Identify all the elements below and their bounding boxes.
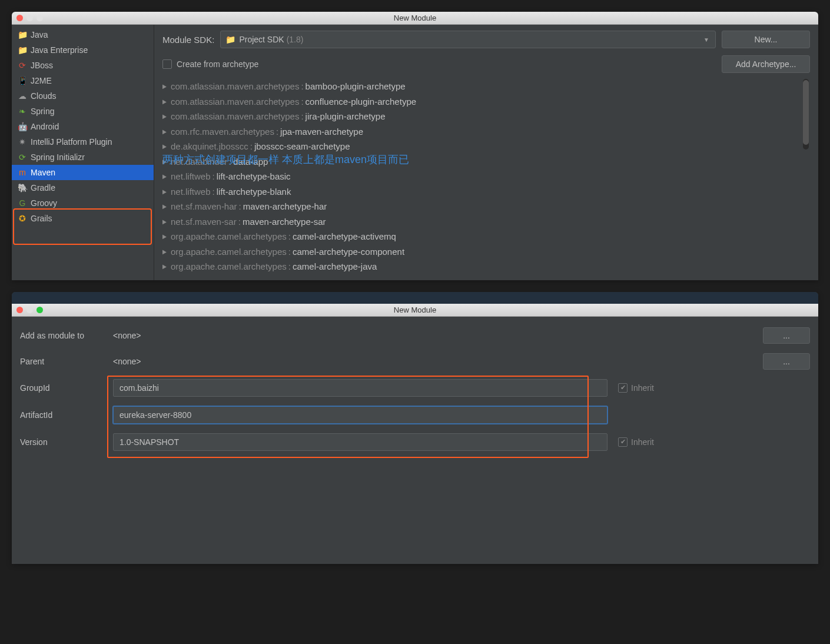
archetype-name: lift-archetype-blank [217,184,291,200]
archetype-name: jpa-maven-archetype [280,124,363,140]
archetype-prefix: net.sf.maven-har [171,199,237,214]
archetype-prefix: net.liftweb [171,169,211,184]
titlebar-2: New Module [12,304,818,317]
sdk-value: Project SDK [239,35,284,44]
archetype-name: camel-archetype-java [293,259,377,274]
module-form: Add as module to <none> ... Parent <none… [12,317,818,471]
sidebar-item-spring-initializr[interactable]: ⟳Spring Initializr [12,150,154,165]
artifactid-label: ArtifactId [20,410,102,420]
java-enterprise-icon: 📁 [18,45,27,55]
archetype-name: maven-archetype-sar [243,214,326,230]
close-button[interactable] [16,15,23,21]
archetype-item[interactable]: ▶net.sf.maven-sar:maven-archetype-sar [162,214,810,230]
version-inherit[interactable]: Inherit [618,437,671,447]
scrollbar-thumb[interactable] [803,80,809,145]
archetype-item[interactable]: ▶net.liftweb:lift-archetype-basic [162,169,810,184]
separator: : [288,229,291,244]
triangle-right-icon: ▶ [162,201,167,211]
sidebar-item-clouds[interactable]: ☁Clouds [12,88,154,104]
new-sdk-button[interactable]: New... [722,31,810,48]
sidebar-item-java[interactable]: 📁Java [12,27,154,42]
archetype-name: bamboo-plugin-archetype [306,79,406,94]
separator: : [301,109,303,124]
groupid-input[interactable] [113,379,607,397]
sdk-version: (1.8) [287,35,304,44]
sidebar-item-spring[interactable]: ❧Spring [12,104,154,119]
chevron-down-icon: ▼ [703,36,709,43]
spring-icon: ❧ [18,107,27,116]
maven-icon: m [18,168,27,177]
traffic-lights-2 [16,307,43,313]
archetype-prefix: net.liftweb [171,184,211,200]
groupid-label: GroupId [20,383,102,393]
archetype-item[interactable]: ▶org.apache.camel.archetypes:camel-arche… [162,259,810,274]
archetype-item[interactable]: ▶com.atlassian.maven.archetypes:bamboo-p… [162,79,810,94]
sidebar-item-groovy[interactable]: GGroovy [12,195,154,211]
create-from-archetype-checkbox[interactable] [162,59,172,69]
archetype-prefix: net.sf.maven-sar [171,214,237,230]
triangle-right-icon: ▶ [162,81,167,91]
sidebar-item-java-enterprise[interactable]: 📁Java Enterprise [12,42,154,58]
maximize-button[interactable] [36,307,43,313]
window-title-1: New Module [12,14,818,22]
sidebar-item-label: Java [31,30,48,39]
sidebar-item-label: Clouds [31,91,57,101]
module-type-sidebar: 📁Java📁Java Enterprise⟳JBoss📱J2ME☁Clouds❧… [12,25,154,280]
archetype-item[interactable]: ▶net.liftweb:lift-archetype-blank [162,184,810,200]
archetype-name: maven-archetype-har [243,199,327,214]
spring-initializr-icon: ⟳ [18,152,27,162]
close-button[interactable] [16,307,23,313]
sidebar-item-j2me[interactable]: 📱J2ME [12,73,154,88]
new-module-window-1: New Module 📁Java📁Java Enterprise⟳JBoss📱J… [12,12,818,280]
sidebar-item-label: JBoss [31,61,53,70]
module-sdk-dropdown[interactable]: 📁 Project SDK (1.8) ▼ [220,31,716,48]
minimize-button[interactable] [26,307,33,313]
sidebar-item-gradle[interactable]: 🐘Gradle [12,180,154,195]
clouds-icon: ☁ [18,91,27,101]
sidebar-item-label: Spring [31,107,54,116]
triangle-right-icon: ▶ [162,111,167,121]
archetype-prefix: com.atlassian.maven.archetypes [171,79,299,94]
archetype-item[interactable]: ▶com.atlassian.maven.archetypes:jira-plu… [162,109,810,124]
archetype-item[interactable]: ▶com.rfc.maven.archetypes:jpa-maven-arch… [162,124,810,140]
inherit-label: Inherit [631,383,654,393]
version-input[interactable] [113,433,607,451]
intellij-platform-plugin-icon: ✷ [18,137,27,147]
artifactid-input[interactable] [113,406,607,424]
archetype-prefix: org.apache.camel.archetypes [171,244,287,260]
separator: : [301,79,303,94]
checkbox-icon [618,437,628,447]
archetype-name: lift-archetype-basic [217,169,291,184]
sidebar-item-label: Android [31,122,59,131]
scrollbar[interactable] [803,79,809,150]
parent-browse-button[interactable]: ... [763,353,810,370]
archetype-prefix: org.apache.camel.archetypes [171,259,287,274]
new-module-window-2: New Module Add as module to <none> ... P… [12,292,818,564]
sidebar-item-intellij-platform-plugin[interactable]: ✷IntelliJ Platform Plugin [12,134,154,150]
archetype-item[interactable]: ▶org.apache.camel.archetypes:camel-arche… [162,244,810,260]
add-archetype-button[interactable]: Add Archetype... [722,55,810,73]
sidebar-item-label: Java Enterprise [31,45,88,55]
minimize-button[interactable] [26,15,33,21]
sidebar-item-jboss[interactable]: ⟳JBoss [12,58,154,73]
separator: : [238,214,241,230]
grails-icon: ✪ [18,214,27,223]
sidebar-item-grails[interactable]: ✪Grails [12,211,154,226]
add-module-browse-button[interactable]: ... [763,327,810,344]
android-icon: 🤖 [18,122,27,131]
sidebar-item-android[interactable]: 🤖Android [12,119,154,134]
groupid-inherit[interactable]: Inherit [618,383,671,393]
sidebar-item-label: Spring Initializr [31,152,85,162]
archetype-list[interactable]: ▶com.atlassian.maven.archetypes:bamboo-p… [162,79,810,274]
triangle-right-icon: ▶ [162,247,167,257]
archetype-item[interactable]: ▶org.apache.camel.archetypes:camel-arche… [162,229,810,244]
maximize-button[interactable] [36,15,43,21]
sidebar-item-maven[interactable]: mMaven [12,165,154,180]
jboss-icon: ⟳ [18,61,27,70]
create-from-archetype-label: Create from archetype [177,59,258,69]
archetype-item[interactable]: ▶com.atlassian.maven.archetypes:confluen… [162,94,810,109]
top-bar [12,292,818,304]
folder-icon: 📁 [225,35,235,44]
archetype-item[interactable]: ▶net.sf.maven-har:maven-archetype-har [162,199,810,214]
sidebar-item-label: IntelliJ Platform Plugin [31,137,112,147]
